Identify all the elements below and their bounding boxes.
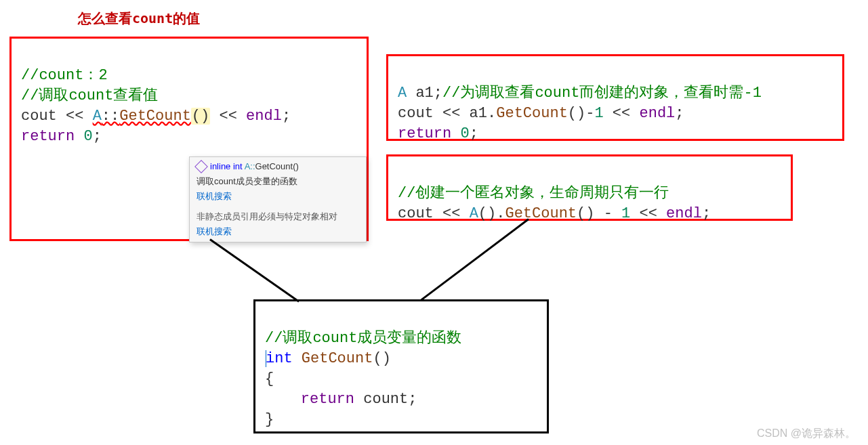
number: 1 bbox=[621, 205, 630, 222]
code-text: << bbox=[604, 105, 640, 122]
var: count bbox=[363, 391, 408, 408]
code-text: ()- bbox=[568, 105, 595, 122]
comment: //创建一个匿名对象，生命周期只有一行 bbox=[398, 185, 669, 202]
comment: //为调取查看count而创建的对象，查看时需-1 bbox=[442, 85, 762, 102]
code-text: (). bbox=[478, 205, 505, 222]
number: 1 bbox=[594, 105, 603, 122]
brace-open: { bbox=[265, 370, 274, 387]
tooltip-error: 非静态成员引用必须与特定对象相对 bbox=[190, 207, 366, 224]
online-search-link-2[interactable]: 联机搜索 bbox=[197, 226, 232, 236]
endl: endl bbox=[666, 205, 702, 222]
connector-line-left bbox=[209, 238, 299, 302]
method-name: GetCount bbox=[496, 105, 568, 122]
code-box-1: //count：2 //调取count查看值 cout << A::GetCou… bbox=[9, 37, 369, 241]
code-3: //创建一个匿名对象，生命周期只有一行 cout << A().GetCount… bbox=[388, 156, 791, 251]
space bbox=[75, 128, 83, 145]
code-text: cout << bbox=[398, 205, 470, 222]
code-text: cout << a1. bbox=[398, 105, 496, 122]
number: 0 bbox=[83, 128, 92, 145]
var: a1 bbox=[415, 85, 433, 102]
code-box-2: A a1;//为调取查看count而创建的对象，查看时需-1 cout << a… bbox=[386, 54, 844, 141]
scope-op: :: bbox=[102, 108, 119, 125]
comment: //count：2 bbox=[21, 67, 108, 84]
keyword-int: int bbox=[233, 161, 243, 171]
space bbox=[451, 125, 460, 142]
class-name: A bbox=[93, 108, 102, 125]
paren-highlight: () bbox=[191, 108, 210, 125]
code-text: << bbox=[210, 108, 246, 125]
code-1: //count：2 //调取count查看值 cout << A::GetCou… bbox=[12, 39, 367, 174]
keyword-int: int bbox=[266, 350, 293, 367]
code-text: << bbox=[630, 205, 666, 222]
class-scope: A:: bbox=[245, 161, 255, 171]
code-text: () - bbox=[577, 205, 621, 222]
paren: () bbox=[373, 350, 390, 367]
function-name: GetCount() bbox=[255, 161, 299, 171]
tooltip-signature: inline int A::GetCount() bbox=[190, 157, 366, 173]
semicolon: ; bbox=[434, 85, 442, 102]
code-text: cout << bbox=[21, 108, 93, 125]
space bbox=[407, 85, 415, 102]
page-title: 怎么查看count的值 bbox=[78, 9, 200, 28]
tooltip-description: 调取count成员变量的函数 bbox=[190, 173, 366, 189]
class-name: A bbox=[470, 205, 478, 222]
endl: endl bbox=[246, 108, 282, 125]
semicolon: ; bbox=[470, 125, 478, 142]
comment: //调取count查看值 bbox=[21, 87, 158, 104]
semicolon: ; bbox=[408, 391, 417, 408]
number: 0 bbox=[460, 125, 469, 142]
brace-close: } bbox=[265, 411, 274, 428]
endl: endl bbox=[639, 105, 675, 122]
cube-icon bbox=[194, 160, 208, 173]
keyword-inline: inline bbox=[210, 161, 230, 171]
indent bbox=[265, 391, 301, 408]
code-4: //调取count成员变量的函数 int GetCount() { return… bbox=[255, 301, 547, 445]
semicolon: ; bbox=[675, 105, 684, 122]
semicolon: ; bbox=[282, 108, 291, 125]
keyword-return: return bbox=[301, 391, 354, 408]
method-name: GetCount bbox=[505, 205, 577, 222]
keyword-return: return bbox=[21, 128, 75, 145]
semicolon: ; bbox=[702, 205, 711, 222]
semicolon: ; bbox=[93, 128, 102, 145]
signature-text: inline int A::GetCount() bbox=[210, 161, 299, 171]
function-name: GetCount bbox=[302, 350, 373, 367]
keyword-return: return bbox=[398, 125, 451, 142]
space bbox=[293, 350, 302, 367]
space bbox=[354, 391, 363, 408]
intellisense-tooltip: inline int A::GetCount() 调取count成员变量的函数 … bbox=[189, 156, 367, 242]
class-name: A bbox=[398, 85, 407, 102]
code-box-3: //创建一个匿名对象，生命周期只有一行 cout << A().GetCount… bbox=[386, 154, 793, 221]
code-box-4: //调取count成员变量的函数 int GetCount() { return… bbox=[253, 299, 549, 433]
method-name: GetCount bbox=[119, 108, 191, 125]
watermark: CSDN @诡异森林。 bbox=[757, 427, 856, 441]
online-search-link[interactable]: 联机搜索 bbox=[197, 191, 232, 201]
comment: //调取count成员变量的函数 bbox=[265, 330, 461, 347]
